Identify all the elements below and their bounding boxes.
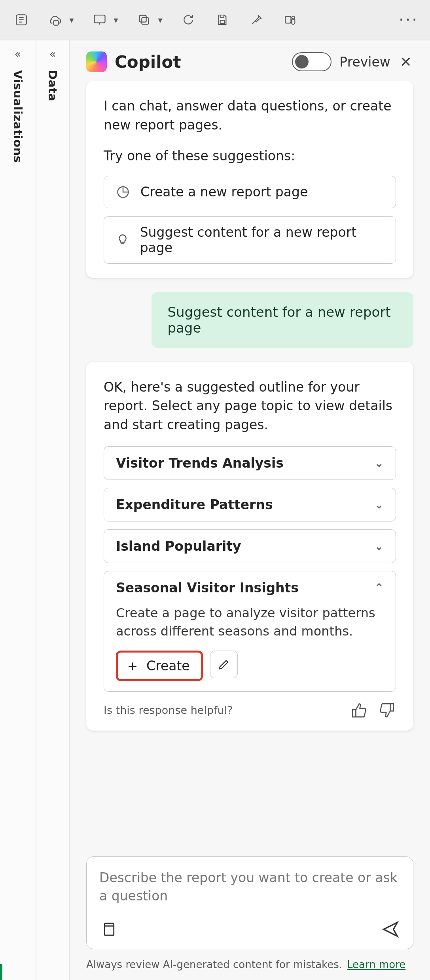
topic-seasonal-visitor-insights[interactable]: Seasonal Visitor Insights ⌃ Create a pag… [104,571,396,692]
thumbs-down-icon[interactable] [378,701,396,719]
copilot-title: Copilot [115,52,181,72]
suggestion-suggest-content[interactable]: Suggest content for a new report page [104,216,396,264]
svg-rect-14 [390,704,393,711]
prompt-placeholder: Describe the report you want to create o… [99,869,400,905]
svg-rect-8 [220,20,225,23]
feedback-row: Is this response helpful? [104,701,396,719]
chart-icon [115,184,131,200]
notebook-icon[interactable] [99,919,119,939]
close-icon[interactable]: ✕ [398,54,413,70]
topic-title: Expenditure Patterns [116,497,273,512]
edit-button[interactable] [210,651,238,678]
suggestion-create-page[interactable]: Create a new report page [104,176,396,208]
svg-rect-5 [95,15,105,23]
svg-rect-4 [54,21,59,25]
chevron-down-icon: ⌄ [375,498,384,511]
more-icon[interactable]: ··· [398,10,419,30]
data-rail[interactable]: « Data [36,40,70,980]
copilot-logo-icon [86,51,107,72]
topic-expenditure-patterns[interactable]: Expenditure Patterns ⌄ [104,488,396,521]
chevron-down-icon[interactable]: ▾ [112,15,120,25]
chevron-down-icon[interactable]: ▾ [67,15,76,25]
visualizations-rail[interactable]: « Visualizations [0,40,36,980]
save-icon[interactable] [212,10,233,30]
visualizations-label: Visualizations [11,70,25,163]
pencil-icon [217,658,231,671]
pin-icon[interactable] [246,10,267,30]
copilot-pane: Copilot Preview ✕ I can chat, answer dat… [70,40,430,980]
copy-icon[interactable] [134,10,154,30]
assistant-text: OK, here's a suggested outline for your … [104,378,396,435]
lightbulb-icon [115,232,131,248]
intro-text: I can chat, answer data questions, or cr… [104,97,396,135]
intro-try-text: Try one of these suggestions: [104,147,396,166]
suggestion-label: Suggest content for a new report page [140,225,385,255]
active-indicator [0,964,2,980]
send-icon[interactable] [381,919,400,939]
chevron-up-icon: ⌃ [375,581,384,594]
topic-description: Create a page to analyze visitor pattern… [104,604,396,651]
collapse-left-icon[interactable]: « [49,48,56,61]
topic-title: Seasonal Visitor Insights [116,580,299,596]
collapse-left-icon[interactable]: « [14,48,21,61]
app-toolbar: ▾ ▾ ▾ ··· [0,0,430,40]
chevron-down-icon: ⌄ [375,457,384,470]
disclaimer-text: Always review AI-generated content for m… [86,959,342,970]
teams-icon[interactable] [280,10,301,30]
svg-rect-10 [285,17,291,23]
refresh-icon[interactable] [178,10,199,30]
feedback-prompt: Is this response helpful? [104,704,233,716]
svg-point-11 [292,16,295,19]
preview-toggle[interactable] [292,52,331,71]
topic-title: Island Popularity [116,539,241,554]
suggestion-label: Create a new report page [140,184,308,200]
present-icon[interactable] [89,10,110,30]
panel-icon[interactable] [11,10,32,30]
chevron-down-icon: ⌄ [375,540,384,553]
intro-card: I can chat, answer data questions, or cr… [86,81,413,278]
svg-rect-13 [352,710,356,717]
svg-line-9 [252,21,255,24]
create-button[interactable]: ＋ Create [116,651,203,681]
preview-label: Preview [339,54,390,70]
svg-rect-7 [140,15,146,22]
disclaimer: Always review AI-generated content for m… [70,953,430,980]
thumbs-up-icon[interactable] [350,701,368,719]
cloud-upload-icon[interactable] [45,10,66,30]
copilot-header: Copilot Preview ✕ [70,40,430,81]
user-message: Suggest content for a new report page [152,292,413,348]
prompt-input[interactable]: Describe the report you want to create o… [86,856,413,949]
input-area: Describe the report you want to create o… [70,849,430,953]
topic-island-popularity[interactable]: Island Popularity ⌄ [104,529,396,563]
create-label: Create [146,658,190,674]
topic-title: Visitor Trends Analysis [116,455,284,471]
learn-more-link[interactable]: Learn more [347,959,405,970]
data-label: Data [46,70,59,101]
topic-visitor-trends[interactable]: Visitor Trends Analysis ⌄ [104,446,396,480]
svg-rect-15 [104,923,114,935]
svg-rect-6 [142,17,148,24]
assistant-card: OK, here's a suggested outline for your … [86,362,413,731]
chevron-down-icon[interactable]: ▾ [156,15,165,25]
